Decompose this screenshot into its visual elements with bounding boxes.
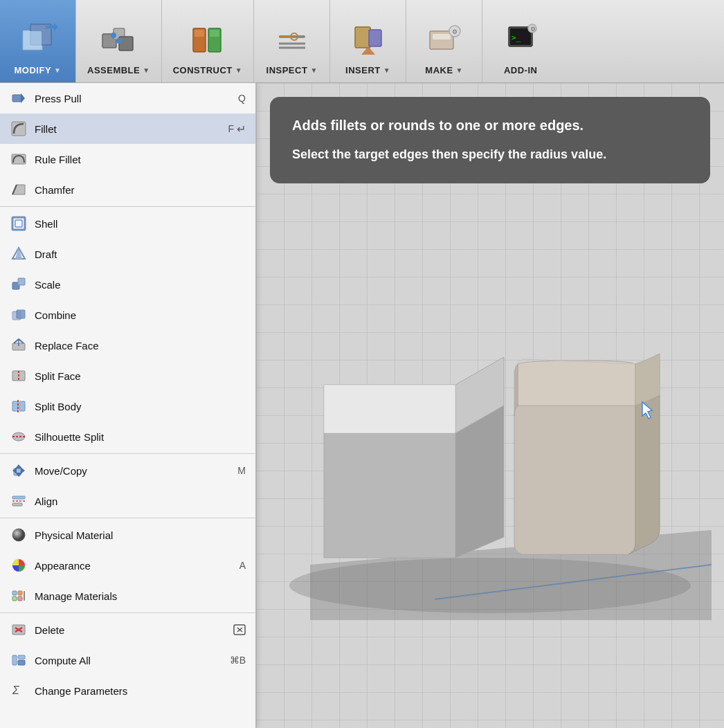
menu-item-delete[interactable]: Delete: [0, 615, 255, 645]
menu-item-combine[interactable]: Combine: [0, 300, 255, 330]
menu-item-replace-face[interactable]: Replace Face: [0, 330, 255, 361]
split-body-icon: [10, 397, 28, 415]
divider-3: [0, 518, 255, 518]
svg-rect-69: [24, 591, 25, 601]
compute-all-label: Compute All: [35, 655, 91, 666]
toolbar-insert-label: INSERT ▼: [345, 65, 390, 75]
toolbar-item-inspect[interactable]: INSPECT ▼: [254, 0, 330, 82]
svg-rect-12: [194, 30, 204, 37]
fillet-shortcut: F ↵: [228, 122, 246, 136]
make-icon: ⚙: [424, 19, 465, 61]
menu-item-rule-fillet[interactable]: Rule Fillet: [0, 144, 255, 174]
svg-rect-15: [279, 35, 294, 38]
svg-marker-87: [324, 385, 455, 433]
svg-rect-60: [12, 503, 22, 506]
menu-item-press-pull[interactable]: Press Pull Q: [0, 83, 255, 113]
toolbar-assemble-label: ASSEMBLE ▼: [87, 65, 150, 75]
menu-item-manage-materials[interactable]: Manage Materials: [0, 581, 255, 611]
insert-icon: [347, 19, 389, 61]
toolbar-inspect-label: INSPECT ▼: [266, 65, 318, 75]
draft-icon: [10, 245, 28, 263]
svg-rect-4: [46, 26, 54, 28]
silhouette-split-icon: [10, 428, 28, 446]
fillet-icon: [10, 120, 28, 138]
move-copy-shortcut: M: [237, 465, 246, 476]
menu-item-silhouette-split[interactable]: Silhouette Split: [0, 421, 255, 452]
chamfer-label: Chamfer: [35, 184, 75, 196]
toolbar-item-construct[interactable]: CONSTRUCT ▼: [162, 0, 255, 82]
appearance-icon: [10, 556, 28, 574]
rule-fillet-icon: [10, 150, 28, 168]
toolbar-construct-label: CONSTRUCT ▼: [173, 65, 243, 75]
svg-rect-44: [17, 310, 25, 318]
press-pull-shortcut: Q: [238, 93, 246, 104]
modify-icon: [17, 19, 59, 61]
svg-rect-42: [18, 278, 25, 285]
svg-text:⚙: ⚙: [530, 26, 536, 33]
menu-item-draft[interactable]: Draft: [0, 239, 255, 269]
divider-1: [0, 206, 255, 207]
toolbar-item-insert[interactable]: INSERT ▼: [330, 0, 406, 82]
press-pull-icon: [10, 89, 28, 107]
move-copy-icon: [10, 462, 28, 480]
svg-rect-49: [12, 401, 18, 411]
inspect-icon: [271, 19, 313, 61]
rule-fillet-label: Rule Fillet: [35, 154, 81, 165]
assemble-icon: [98, 19, 139, 61]
svg-rect-19: [355, 27, 370, 48]
change-parameters-icon: Σ: [10, 682, 28, 700]
split-body-label: Split Body: [35, 401, 82, 412]
compute-all-icon: [10, 651, 28, 669]
fillet-tooltip-popup: Adds fillets or rounds to one or more ed…: [270, 97, 710, 183]
svg-text:Σ: Σ: [12, 684, 20, 696]
combine-icon: [10, 306, 28, 324]
tooltip-description: Select the target edges then specify the…: [292, 145, 688, 164]
svg-rect-59: [12, 496, 25, 499]
split-face-icon: [10, 367, 28, 385]
change-parameters-label: Change Parameters: [35, 685, 127, 697]
toolbar-item-assemble[interactable]: ASSEMBLE ▼: [76, 0, 162, 82]
replace-face-label: Replace Face: [35, 340, 99, 352]
menu-item-chamfer[interactable]: Chamfer: [0, 174, 255, 205]
silhouette-split-label: Silhouette Split: [35, 431, 104, 443]
press-pull-label: Press Pull: [35, 93, 82, 104]
manage-materials-label: Manage Materials: [35, 590, 117, 602]
toolbar-addin-label: ADD-IN: [504, 65, 538, 75]
3d-objects-area: [256, 194, 724, 728]
menu-item-scale[interactable]: Scale: [0, 269, 255, 300]
menu-item-compute-all[interactable]: Compute All ⌘B: [0, 645, 255, 675]
toolbar-item-make[interactable]: ⚙ MAKE ▼: [406, 0, 482, 82]
svg-marker-58: [21, 467, 25, 474]
tooltip-title: Adds fillets or rounds to one or more ed…: [292, 116, 688, 134]
construct-icon: [187, 19, 228, 61]
modify-chevron: ▼: [54, 66, 61, 74]
menu-item-split-body[interactable]: Split Body: [0, 391, 255, 421]
svg-text:>_: >_: [512, 33, 521, 42]
svg-rect-38: [15, 220, 22, 227]
menu-item-fillet[interactable]: Fillet F ↵: [0, 113, 255, 144]
svg-rect-50: [19, 401, 25, 411]
toolbar-item-modify[interactable]: MODIFY ▼: [0, 0, 76, 82]
toolbar-item-addin[interactable]: >_ ⚙ ADD-IN: [482, 0, 559, 82]
delete-icon: [10, 621, 28, 639]
svg-point-8: [111, 33, 116, 38]
menu-item-change-parameters[interactable]: Σ Change Parameters: [0, 675, 255, 706]
delete-label: Delete: [35, 624, 64, 636]
svg-marker-32: [21, 93, 25, 103]
main-content: Press Pull Q Fillet F ↵: [0, 83, 724, 728]
svg-rect-37: [12, 217, 25, 230]
menu-item-physical-material[interactable]: Physical Material: [0, 520, 255, 550]
replace-face-icon: [10, 336, 28, 354]
menu-item-align[interactable]: Align: [0, 486, 255, 516]
menu-item-shell[interactable]: Shell: [0, 208, 255, 239]
menu-item-appearance[interactable]: Appearance A: [0, 550, 255, 581]
shell-icon: [10, 215, 28, 233]
compute-all-shortcut: ⌘B: [230, 655, 246, 666]
menu-item-move-copy[interactable]: Move/Copy M: [0, 455, 255, 486]
combine-label: Combine: [35, 309, 76, 321]
draft-label: Draft: [35, 248, 57, 260]
svg-marker-84: [324, 433, 455, 558]
canvas-area[interactable]: Adds fillets or rounds to one or more ed…: [256, 83, 724, 728]
menu-item-split-face[interactable]: Split Face: [0, 361, 255, 391]
scale-icon: [10, 275, 28, 293]
